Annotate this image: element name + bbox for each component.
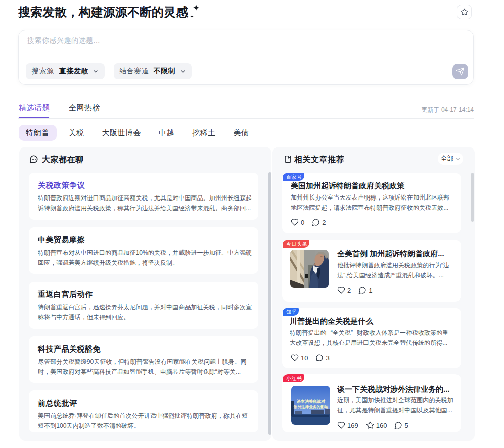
svg-text:涉外法律业务的影响: 涉外法律业务的影响 (293, 405, 329, 409)
svg-text:谈本法关税战对: 谈本法关税战对 (296, 399, 326, 404)
